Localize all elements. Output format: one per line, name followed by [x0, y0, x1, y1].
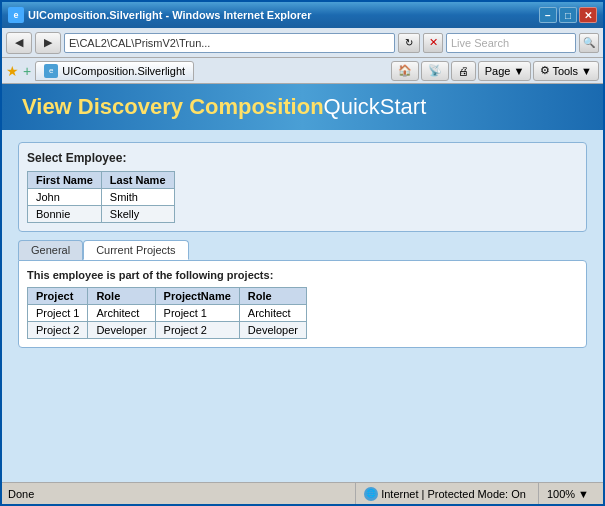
favorites-tab[interactable]: e UIComposition.Silverlight [35, 61, 194, 81]
protected-mode-section: 🌐 Internet | Protected Mode: On [355, 483, 534, 504]
tab-icon: e [44, 64, 58, 78]
projects-description: This employee is part of the following p… [27, 269, 578, 281]
proj-col-role2: Role [239, 288, 306, 305]
refresh-button[interactable]: ↻ [398, 33, 420, 53]
proj-col-project: Project [28, 288, 88, 305]
address-input[interactable]: E\CAL2\CAL\PrismV2\Trun... [64, 33, 395, 53]
proj-col-role: Role [88, 288, 155, 305]
emp-lastname-2: Skelly [101, 206, 174, 223]
page-title-bold: View Discovery Composition [22, 94, 324, 119]
zoom-section[interactable]: 100% ▼ [538, 483, 597, 504]
table-row[interactable]: John Smith [28, 189, 175, 206]
employee-table: First Name Last Name John Smith Bonnie S… [27, 171, 175, 223]
emp-firstname-2: Bonnie [28, 206, 102, 223]
proj-role-2: Developer [88, 322, 155, 339]
proj-projname-2: Project 2 [155, 322, 239, 339]
protected-mode-label: Internet | Protected Mode: On [381, 488, 526, 500]
emp-firstname-1: John [28, 189, 102, 206]
proj-projname-1: Project 1 [155, 305, 239, 322]
table-row[interactable]: Project 1 Architect Project 1 Architect [28, 305, 307, 322]
tab-bar: General Current Projects [18, 240, 587, 260]
proj-name-1: Project 1 [28, 305, 88, 322]
favorites-bar: ★ + e UIComposition.Silverlight 🏠 📡 🖨 Pa… [2, 58, 603, 84]
app-icon: e [8, 7, 24, 23]
print-button[interactable]: 🖨 [451, 61, 476, 81]
tabs-area: General Current Projects This employee i… [18, 240, 587, 348]
page-header: View Discovery CompositionQuickStart [2, 84, 603, 130]
emp-lastname-1: Smith [101, 189, 174, 206]
tab-current-projects[interactable]: Current Projects [83, 240, 188, 260]
emp-col-firstname: First Name [28, 172, 102, 189]
tab-general[interactable]: General [18, 240, 83, 260]
table-row[interactable]: Bonnie Skelly [28, 206, 175, 223]
maximize-button[interactable]: □ [559, 7, 577, 23]
projects-table: Project Role ProjectName Role Project 1 … [27, 287, 307, 339]
tab-content: This employee is part of the following p… [18, 260, 587, 348]
toolbar-right: 🏠 📡 🖨 Page ▼ ⚙ Tools ▼ [391, 61, 599, 81]
add-favorites-icon[interactable]: + [23, 63, 31, 79]
table-row[interactable]: Project 2 Developer Project 2 Developer [28, 322, 307, 339]
title-bar: e UIComposition.Silverlight - Windows In… [2, 2, 603, 28]
stop-button[interactable]: ✕ [423, 33, 443, 53]
page-button[interactable]: Page ▼ [478, 61, 532, 81]
globe-icon: 🌐 [364, 487, 378, 501]
status-done: Done [8, 488, 351, 500]
search-button[interactable]: 🔍 [579, 33, 599, 53]
page-body: Select Employee: First Name Last Name Jo… [2, 130, 603, 482]
status-bar: Done 🌐 Internet | Protected Mode: On 100… [2, 482, 603, 504]
proj-name-2: Project 2 [28, 322, 88, 339]
proj-role2-1: Architect [239, 305, 306, 322]
proj-role-1: Architect [88, 305, 155, 322]
zoom-label[interactable]: 100% ▼ [547, 488, 589, 500]
feeds-button[interactable]: 📡 [421, 61, 449, 81]
title-bar-buttons: − □ ✕ [539, 7, 597, 23]
address-bar: ◀ ▶ E\CAL2\CAL\PrismV2\Trun... ↻ ✕ Live … [2, 28, 603, 58]
search-input[interactable]: Live Search [446, 33, 576, 53]
back-button[interactable]: ◀ [6, 32, 32, 54]
select-employee-title: Select Employee: [27, 151, 578, 165]
forward-button[interactable]: ▶ [35, 32, 61, 54]
close-button[interactable]: ✕ [579, 7, 597, 23]
browser-window: e UIComposition.Silverlight - Windows In… [0, 0, 605, 506]
tools-button[interactable]: ⚙ Tools ▼ [533, 61, 599, 81]
minimize-button[interactable]: − [539, 7, 557, 23]
proj-role2-2: Developer [239, 322, 306, 339]
home-button[interactable]: 🏠 [391, 61, 419, 81]
proj-col-projectname: ProjectName [155, 288, 239, 305]
page-title-normal: QuickStart [324, 94, 427, 119]
page-content: View Discovery CompositionQuickStart Sel… [2, 84, 603, 482]
window-title: UIComposition.Silverlight - Windows Inte… [28, 9, 539, 21]
select-employee-section: Select Employee: First Name Last Name Jo… [18, 142, 587, 232]
favorites-star-icon[interactable]: ★ [6, 63, 19, 79]
emp-col-lastname: Last Name [101, 172, 174, 189]
